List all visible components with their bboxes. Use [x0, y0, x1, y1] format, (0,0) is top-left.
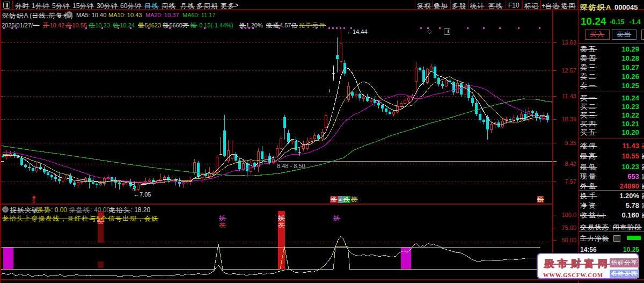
svg-text:$: $ — [32, 198, 35, 204]
